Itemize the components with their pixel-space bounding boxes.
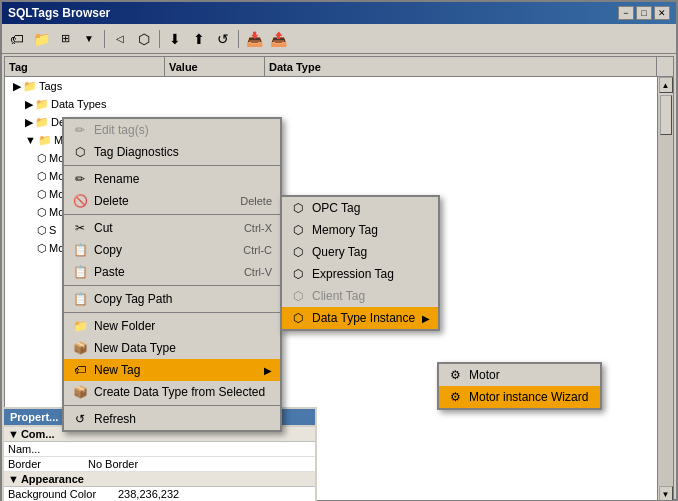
menu-item-new-data-type[interactable]: 📦 New Data Type bbox=[64, 337, 280, 359]
tag-icon: ⬡ bbox=[37, 152, 47, 165]
upload-toolbar-btn[interactable]: ⬆ bbox=[188, 28, 210, 50]
menu-item-new-folder[interactable]: 📁 New Folder bbox=[64, 315, 280, 337]
menu-item-rename[interactable]: ✏ Rename bbox=[64, 168, 280, 190]
close-button[interactable]: ✕ bbox=[654, 6, 670, 20]
toolbar-separator-3 bbox=[238, 30, 239, 48]
delete-icon: 🚫 bbox=[72, 193, 88, 209]
window-title: SQLTags Browser bbox=[8, 6, 110, 20]
menu-item-data-type-instance[interactable]: ⬡ Data Type Instance ▶ bbox=[282, 307, 438, 329]
refresh-toolbar-btn[interactable]: ↺ bbox=[212, 28, 234, 50]
menu-item-tag-diagnostics[interactable]: ⬡ Tag Diagnostics bbox=[64, 141, 280, 163]
client-icon: ⬡ bbox=[290, 288, 306, 304]
folder-toolbar-btn[interactable]: 📁 bbox=[30, 28, 52, 50]
col-data-type: Data Type bbox=[265, 57, 657, 76]
submenu-new-tag: ⬡ OPC Tag ⬡ Memory Tag ⬡ Query Tag ⬡ Exp… bbox=[280, 195, 440, 331]
name-row: Nam... bbox=[4, 442, 315, 457]
scroll-thumb[interactable] bbox=[660, 95, 672, 135]
context-menu: ✏ Edit tag(s) ⬡ Tag Diagnostics ✏ Rename… bbox=[62, 117, 282, 432]
create-datatype-icon: 📦 bbox=[72, 384, 88, 400]
export-toolbar-btn[interactable]: 📤 bbox=[267, 28, 289, 50]
tag-icon: ⬡ bbox=[37, 242, 47, 255]
menu-sep-3 bbox=[64, 285, 280, 286]
scroll-down-btn[interactable]: ▼ bbox=[659, 486, 673, 501]
bgcolor-label: Background Color bbox=[8, 488, 118, 500]
cut-icon: ✂ bbox=[72, 220, 88, 236]
menu-label: Query Tag bbox=[312, 245, 367, 259]
submenu-data-type-instance: ⚙ Motor ⚙ Motor instance Wizard bbox=[437, 362, 602, 410]
title-bar-controls: − □ ✕ bbox=[618, 6, 670, 20]
menu-label: Cut bbox=[94, 221, 113, 235]
menu-label: Rename bbox=[94, 172, 139, 186]
menu-item-opc-tag[interactable]: ⬡ OPC Tag bbox=[282, 197, 438, 219]
back-toolbar-btn[interactable]: ◁ bbox=[109, 28, 131, 50]
query-icon: ⬡ bbox=[290, 244, 306, 260]
menu-label: Motor instance Wizard bbox=[469, 390, 588, 404]
menu-item-motor[interactable]: ⚙ Motor bbox=[439, 364, 600, 386]
menu-label: Copy bbox=[94, 243, 122, 257]
menu-item-paste[interactable]: 📋 Paste Ctrl-V bbox=[64, 261, 280, 283]
menu-sep-2 bbox=[64, 214, 280, 215]
diagnostics-icon: ⬡ bbox=[72, 144, 88, 160]
menu-item-new-tag[interactable]: 🏷 New Tag ▶ bbox=[64, 359, 280, 381]
section-label: Com... bbox=[21, 428, 55, 440]
menu-label: Data Type Instance bbox=[312, 311, 415, 325]
menu-item-edit-tag[interactable]: ✏ Edit tag(s) bbox=[64, 119, 280, 141]
menu-item-cut[interactable]: ✂ Cut Ctrl-X bbox=[64, 217, 280, 239]
datatype-instance-icon: ⬡ bbox=[290, 310, 306, 326]
paste-icon: 📋 bbox=[72, 264, 88, 280]
tree-row-datatypes[interactable]: ▶ 📁 Data Types bbox=[5, 95, 673, 113]
menu-item-multi-instance-wizard[interactable]: ⚙ Motor instance Wizard bbox=[439, 386, 600, 408]
folder-icon: 📁 bbox=[35, 98, 49, 111]
menu-label: OPC Tag bbox=[312, 201, 360, 215]
minimize-button[interactable]: − bbox=[618, 6, 634, 20]
name-label: Nam... bbox=[8, 443, 88, 455]
menu-item-query-tag[interactable]: ⬡ Query Tag bbox=[282, 241, 438, 263]
menu-item-copy[interactable]: 📋 Copy Ctrl-C bbox=[64, 239, 280, 261]
menu-label: New Tag bbox=[94, 363, 140, 377]
expand-icon: ▶ bbox=[25, 116, 33, 129]
tag-icon: ⬡ bbox=[37, 170, 47, 183]
new-folder-icon: 📁 bbox=[72, 318, 88, 334]
rename-icon: ✏ bbox=[72, 171, 88, 187]
grid-toolbar-btn[interactable]: ⊞ bbox=[54, 28, 76, 50]
delete-shortcut: Delete bbox=[240, 195, 272, 207]
menu-item-create-data-type[interactable]: 📦 Create Data Type from Selected bbox=[64, 381, 280, 403]
menu-item-expression-tag[interactable]: ⬡ Expression Tag bbox=[282, 263, 438, 285]
title-bar: SQLTags Browser − □ ✕ bbox=[2, 2, 676, 24]
copy-path-icon: 📋 bbox=[72, 291, 88, 307]
menu-label: New Data Type bbox=[94, 341, 176, 355]
menu-item-refresh[interactable]: ↺ Refresh bbox=[64, 408, 280, 430]
download-toolbar-btn[interactable]: ⬇ bbox=[164, 28, 186, 50]
menu-sep-5 bbox=[64, 405, 280, 406]
motor-icon: ⚙ bbox=[447, 367, 463, 383]
border-value: No Border bbox=[88, 458, 138, 470]
menu-item-copy-tag-path[interactable]: 📋 Copy Tag Path bbox=[64, 288, 280, 310]
menu-label: Client Tag bbox=[312, 289, 365, 303]
expand-icon: ▶ bbox=[13, 80, 21, 93]
menu-item-memory-tag[interactable]: ⬡ Memory Tag bbox=[282, 219, 438, 241]
toolbar-separator-1 bbox=[104, 30, 105, 48]
import-toolbar-btn[interactable]: 📥 bbox=[243, 28, 265, 50]
tree-row-tags[interactable]: ▶ 📁 Tags bbox=[5, 77, 673, 95]
expand-icon: ▼ bbox=[25, 134, 36, 146]
menu-label: Motor bbox=[469, 368, 500, 382]
border-label: Border bbox=[8, 458, 88, 470]
scroll-track bbox=[658, 95, 673, 486]
scrollbar[interactable]: ▲ ▼ bbox=[657, 77, 673, 500]
restore-button[interactable]: □ bbox=[636, 6, 652, 20]
new-tag-toolbar-btn[interactable]: 🏷 bbox=[6, 28, 28, 50]
scroll-up-btn[interactable]: ▲ bbox=[659, 77, 673, 93]
menu-label: Copy Tag Path bbox=[94, 292, 173, 306]
menu-label: Create Data Type from Selected bbox=[94, 385, 265, 399]
new-datatype-icon: 📦 bbox=[72, 340, 88, 356]
appearance-label: Appearance bbox=[21, 473, 84, 485]
toolbar-separator-2 bbox=[159, 30, 160, 48]
menu-label: Expression Tag bbox=[312, 267, 394, 281]
dropdown-toolbar-btn[interactable]: ▼ bbox=[78, 28, 100, 50]
appearance-section: ▼ Appearance bbox=[4, 472, 315, 487]
menu-item-client-tag[interactable]: ⬡ Client Tag bbox=[282, 285, 438, 307]
opc-icon: ⬡ bbox=[290, 200, 306, 216]
menu-item-delete[interactable]: 🚫 Delete Delete bbox=[64, 190, 280, 212]
row-label: S bbox=[49, 224, 56, 236]
tag-toolbar-btn[interactable]: ⬡ bbox=[133, 28, 155, 50]
